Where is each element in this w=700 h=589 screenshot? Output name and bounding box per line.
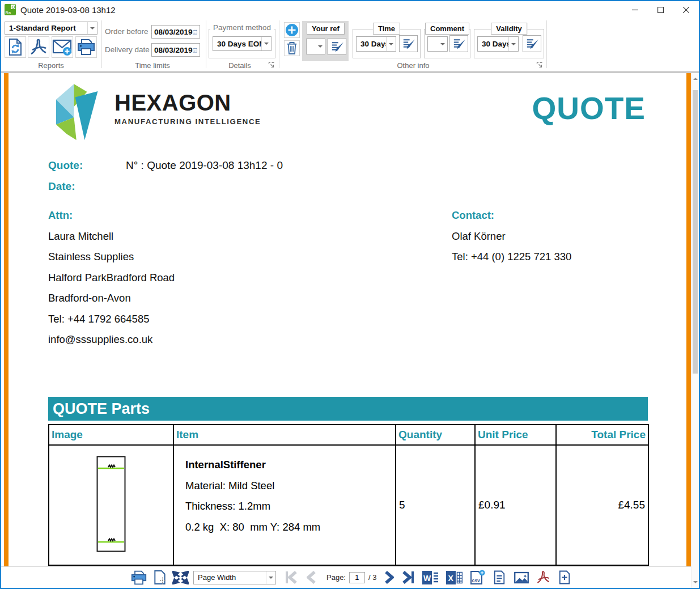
validity-label: Validity bbox=[491, 23, 527, 35]
close-button[interactable] bbox=[673, 1, 699, 18]
comment-label: Comment bbox=[425, 23, 469, 35]
maximize-icon bbox=[657, 7, 664, 13]
email-add-icon bbox=[52, 38, 73, 56]
logo-brand: HEXAGON bbox=[114, 90, 261, 116]
parts-table-row: InternalStiffener Material: Mild Steel T… bbox=[49, 445, 648, 565]
time-value: 30 Days bbox=[357, 40, 386, 48]
validity-select[interactable]: 30 Days bbox=[477, 36, 519, 52]
page-number-input[interactable] bbox=[349, 572, 365, 583]
other-info-group-label: Other info bbox=[283, 61, 544, 70]
previous-page-icon bbox=[307, 571, 316, 584]
quote-label: Quote: bbox=[48, 159, 126, 172]
export-pdf-button-status[interactable] bbox=[536, 570, 550, 584]
export-pdf-button[interactable] bbox=[28, 36, 49, 58]
delivery-date-value: 08/03/2019 bbox=[154, 46, 193, 54]
part-detail: 0.2 kg X: 80 mm Y: 284 mm bbox=[185, 517, 395, 538]
add-page-icon bbox=[558, 570, 571, 585]
attn-line: info@sssupplies.co.uk bbox=[48, 329, 175, 350]
contact-block: Contact: Olaf Körner Tel: +44 (0) 1225 7… bbox=[452, 205, 571, 268]
excel-export-icon: X bbox=[446, 570, 463, 585]
comment-group: Comment bbox=[424, 29, 470, 58]
details-dialog-launcher-icon[interactable] bbox=[268, 62, 275, 69]
column-header-image: Image bbox=[49, 425, 173, 445]
first-page-button[interactable] bbox=[285, 571, 298, 584]
refresh-report-icon bbox=[6, 38, 24, 56]
parts-section-header: QUOTE Parts bbox=[48, 397, 648, 421]
svg-text:W: W bbox=[423, 574, 431, 583]
attn-block: Attn: Laura Mitchell Stainless Supplies … bbox=[48, 205, 175, 350]
export-csv-button[interactable]: csv bbox=[469, 570, 485, 586]
edit-note-icon bbox=[330, 41, 344, 52]
printer-icon bbox=[77, 38, 96, 56]
parts-table: Image Item Quantity Unit Price Total Pri… bbox=[48, 424, 649, 566]
chevron-down-icon bbox=[315, 39, 325, 54]
add-page-button[interactable] bbox=[558, 570, 571, 585]
chevron-down-icon bbox=[386, 37, 396, 51]
column-header-unit-price: Unit Price bbox=[475, 425, 556, 445]
svg-text:Ra: Ra bbox=[6, 10, 11, 15]
report-template-select[interactable]: 1-Standard Report bbox=[5, 22, 97, 35]
attn-line: Stainless Supplies bbox=[48, 247, 175, 268]
close-icon bbox=[683, 7, 689, 13]
zoom-mode-select[interactable]: Page Width bbox=[193, 571, 276, 584]
export-word-button[interactable]: W bbox=[422, 570, 439, 585]
report-preview: HEXAGON MANUFACTURING INTELLIGENCE QUOTE… bbox=[1, 73, 691, 566]
parts-table-header-row: Image Item Quantity Unit Price Total Pri… bbox=[49, 425, 648, 445]
attn-label: Attn: bbox=[48, 205, 175, 226]
validity-group: Validity 30 Days bbox=[474, 29, 544, 58]
chevron-down-icon bbox=[87, 22, 97, 34]
edit-note-icon bbox=[525, 38, 539, 49]
time-edit-button[interactable] bbox=[399, 35, 418, 52]
calendar-icon bbox=[193, 28, 197, 36]
scrollbar-thumb[interactable] bbox=[693, 90, 698, 374]
export-text-button[interactable] bbox=[493, 570, 506, 585]
maximize-button[interactable] bbox=[648, 1, 673, 18]
group-separator bbox=[206, 20, 206, 68]
part-detail: Material: Mild Steel bbox=[185, 476, 395, 497]
hexagon-logo-mark bbox=[49, 80, 111, 140]
comment-edit-button[interactable] bbox=[449, 35, 468, 52]
delivery-date-field[interactable]: 08/03/2019 bbox=[151, 43, 200, 57]
edit-note-icon bbox=[402, 38, 415, 49]
email-report-button[interactable] bbox=[52, 36, 73, 58]
other-info-dialog-launcher-icon[interactable] bbox=[536, 62, 543, 69]
contact-line: Olaf Körner bbox=[452, 226, 571, 247]
next-page-button[interactable] bbox=[384, 571, 394, 584]
quote-number: N° : Quote 2019-03-08 13h12 - 0 bbox=[126, 159, 283, 171]
print-report-button[interactable] bbox=[75, 36, 97, 58]
hexagon-logo-text: HEXAGON MANUFACTURING INTELLIGENCE bbox=[114, 90, 261, 126]
page-setup-button[interactable] bbox=[153, 570, 167, 585]
validity-edit-button[interactable] bbox=[523, 35, 541, 52]
delete-item-button[interactable] bbox=[284, 40, 300, 56]
vertical-scrollbar[interactable] bbox=[691, 73, 699, 588]
page-edge-right bbox=[686, 73, 691, 566]
app-icon: Q Ra bbox=[5, 4, 16, 15]
last-page-button[interactable] bbox=[402, 571, 414, 584]
order-before-label: Order before : bbox=[105, 27, 152, 36]
order-before-field[interactable]: 08/03/2019 bbox=[151, 25, 200, 39]
comment-select[interactable] bbox=[427, 36, 448, 52]
payment-method-select[interactable]: 30 Days EOM bbox=[213, 36, 271, 51]
export-excel-button[interactable]: X bbox=[446, 570, 463, 585]
word-export-icon: W bbox=[422, 570, 439, 585]
your-ref-select[interactable] bbox=[306, 39, 325, 54]
print-button[interactable] bbox=[130, 570, 147, 586]
zoom-fit-button[interactable] bbox=[172, 571, 189, 584]
your-ref-edit-button[interactable] bbox=[328, 38, 346, 55]
minimize-button[interactable] bbox=[622, 1, 648, 18]
group-separator bbox=[546, 20, 547, 68]
pdf-icon bbox=[536, 570, 550, 584]
chevron-down-icon bbox=[266, 571, 275, 584]
last-page-icon bbox=[402, 571, 414, 584]
add-item-button[interactable] bbox=[284, 22, 300, 38]
previous-page-button[interactable] bbox=[307, 571, 316, 584]
refresh-report-button[interactable] bbox=[5, 36, 26, 58]
first-page-icon bbox=[285, 571, 298, 584]
validity-value: 30 Days bbox=[478, 40, 508, 48]
scroll-up-arrow-icon[interactable] bbox=[691, 75, 699, 83]
payment-method-value: 30 Days EOM bbox=[213, 40, 261, 48]
scroll-down-arrow-icon[interactable] bbox=[691, 578, 699, 586]
time-select[interactable]: 30 Days bbox=[356, 36, 396, 52]
chevron-down-icon bbox=[508, 37, 518, 51]
export-image-button[interactable] bbox=[514, 571, 529, 584]
